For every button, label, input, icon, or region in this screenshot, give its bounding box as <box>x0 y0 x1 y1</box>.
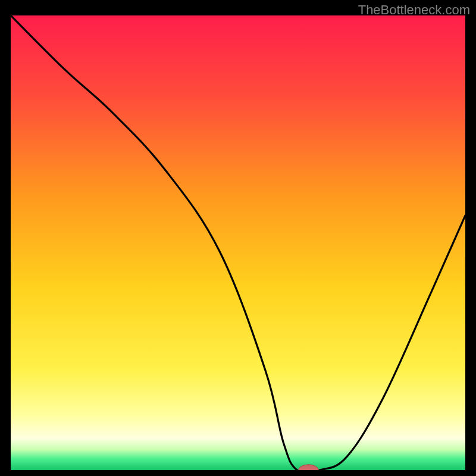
plot-background <box>11 15 465 470</box>
watermark-text: TheBottleneck.com <box>358 2 470 18</box>
chart-frame: TheBottleneck.com <box>0 0 476 476</box>
bottleneck-chart <box>11 15 465 470</box>
